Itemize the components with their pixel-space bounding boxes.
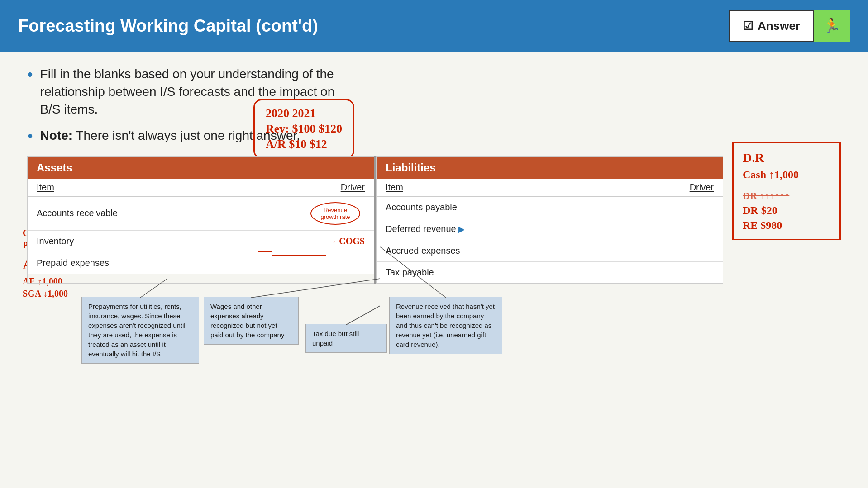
bullet-item-1: • Fill in the blanks based on your under… bbox=[27, 65, 723, 118]
svg-line-2 bbox=[346, 306, 380, 325]
right-line4: RE $980 bbox=[743, 219, 830, 232]
table-row: Accrued expenses bbox=[377, 240, 723, 262]
right-line1: D.R bbox=[743, 151, 830, 165]
deferred-tooltip-text: Revenue received that hasn't yet been ea… bbox=[396, 303, 495, 348]
bullet-item-2: • Note: There isn't always just one righ… bbox=[27, 127, 723, 147]
assets-subheader: Item Driver bbox=[28, 179, 374, 197]
deferred-item: Deferred revenue ▶ bbox=[377, 218, 650, 240]
bullet-dot-2: • bbox=[27, 125, 33, 147]
tax-driver bbox=[650, 267, 723, 278]
liabilities-header: Liabilities bbox=[377, 157, 723, 179]
revenue-annotation-box: 2020 2021 Rev: $100 $120 A/R $10 $12 bbox=[253, 99, 354, 159]
right-line2: Cash ↑1,000 bbox=[743, 169, 830, 181]
deferred-arrow: ▶ bbox=[458, 224, 465, 234]
right-annotation: D.R Cash ↑1,000 DR ↑↑↑↑↑↑ DR $20 RE $980 bbox=[741, 52, 868, 488]
table-row: Tax payable bbox=[377, 262, 723, 283]
deferred-driver bbox=[650, 223, 723, 234]
deferred-tooltip: Revenue received that hasn't yet been ea… bbox=[389, 297, 502, 354]
revenue-line3: A/R $10 $12 bbox=[266, 137, 342, 151]
tax-item: Tax payable bbox=[377, 262, 650, 283]
accrued-tooltip-text: Wages and other expenses already recogni… bbox=[210, 303, 284, 339]
runner-icon: 🏃 bbox=[823, 17, 841, 34]
header-right: ☑ Answer 🏃 bbox=[729, 10, 850, 42]
answer-label: Answer bbox=[758, 19, 800, 33]
main-content: • Fill in the blanks based on your under… bbox=[0, 52, 868, 488]
right-crossed: DR ↑↑↑↑↑↑ bbox=[743, 190, 830, 202]
liabilities-col-item: Item bbox=[377, 179, 650, 196]
inventory-item: Inventory bbox=[28, 231, 301, 252]
check-icon: ☑ bbox=[743, 19, 753, 33]
right-line3: DR $20 bbox=[743, 204, 830, 217]
ap-driver bbox=[650, 202, 723, 213]
tax-tooltip: Tax due but still unpaid bbox=[305, 324, 387, 353]
content-area: • Fill in the blanks based on your under… bbox=[0, 52, 741, 488]
assets-col-item: Item bbox=[28, 179, 301, 196]
revenue-line1: 2020 2021 bbox=[266, 107, 342, 120]
ap-item: Accounts payable bbox=[377, 197, 650, 218]
liabilities-table: Liabilities Item Driver Accounts payable… bbox=[376, 156, 723, 284]
note-bold: Note: bbox=[40, 128, 73, 142]
page-title: Forecasting Working Capital (cont'd) bbox=[18, 16, 318, 36]
right-annotation-box: D.R Cash ↑1,000 DR ↑↑↑↑↑↑ DR $20 RE $980 bbox=[732, 142, 841, 240]
bullet-section: • Fill in the blanks based on your under… bbox=[27, 65, 723, 147]
left-ann-5: SGA ↓1,000 bbox=[23, 289, 80, 299]
table-row: Inventory → COGS bbox=[28, 231, 374, 252]
accrued-driver bbox=[650, 245, 723, 256]
prepaid-item: Prepaid expenses bbox=[28, 252, 301, 274]
prepaid-tooltip-text: Prepayments for utilities, rents, insura… bbox=[88, 303, 186, 358]
table-row: Prepaid expenses bbox=[28, 252, 374, 274]
table-row: Accounts receivable Revenuegrowth rate bbox=[28, 197, 374, 231]
inventory-driver: → COGS bbox=[301, 231, 374, 252]
accrued-item: Accrued expenses bbox=[377, 240, 650, 261]
table-container: Assets Item Driver Accounts receivable R… bbox=[27, 156, 723, 284]
revenue-line2: Rev: $100 $120 bbox=[266, 122, 342, 136]
ar-item: Accounts receivable bbox=[28, 203, 301, 224]
liabilities-subheader: Item Driver bbox=[377, 179, 723, 197]
liabilities-col-driver: Driver bbox=[650, 179, 723, 196]
header: Forecasting Working Capital (cont'd) ☑ A… bbox=[0, 0, 868, 52]
assets-table: Assets Item Driver Accounts receivable R… bbox=[27, 156, 374, 284]
accrued-tooltip: Wages and other expenses already recogni… bbox=[204, 297, 299, 345]
table-wrapper: Assets Item Driver Accounts receivable R… bbox=[27, 156, 723, 284]
prepaid-driver bbox=[301, 257, 374, 268]
green-stripe: 🏃 bbox=[814, 10, 850, 42]
table-row: Accounts payable bbox=[377, 197, 723, 218]
cogs-annotation: → COGS bbox=[328, 236, 365, 246]
revenue-growth-circle: Revenuegrowth rate bbox=[310, 202, 360, 225]
assets-col-driver: Driver bbox=[301, 179, 374, 196]
ar-driver: Revenuegrowth rate bbox=[301, 197, 374, 230]
table-row: Deferred revenue ▶ bbox=[377, 218, 723, 240]
answer-box[interactable]: ☑ Answer bbox=[729, 10, 814, 42]
tax-tooltip-text: Tax due but still unpaid bbox=[312, 330, 359, 347]
assets-header: Assets bbox=[28, 157, 374, 179]
bullet-dot-1: • bbox=[27, 63, 33, 86]
prepaid-tooltip: Prepayments for utilities, rents, insura… bbox=[81, 297, 199, 364]
